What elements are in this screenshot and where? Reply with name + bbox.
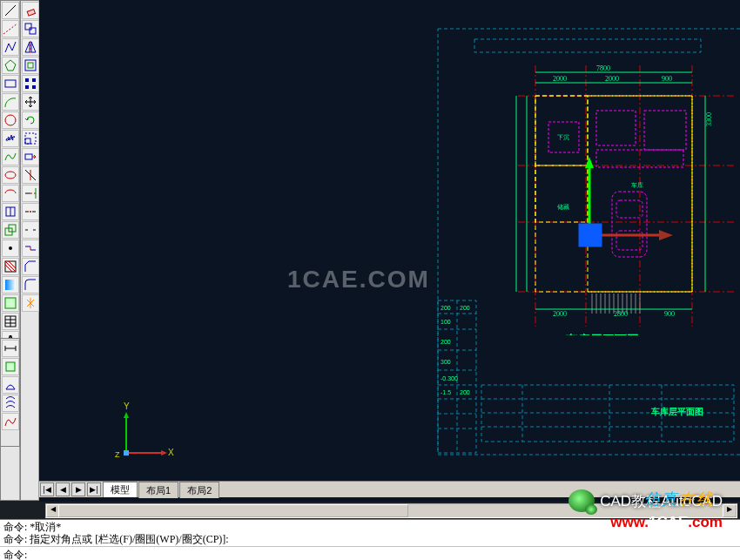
svg-text:2000: 2000 (605, 75, 619, 83)
svg-rect-31 (32, 85, 36, 89)
svg-text:-0.300: -0.300 (441, 375, 458, 381)
aux-toolbar (0, 338, 20, 447)
svg-marker-131 (585, 157, 594, 168)
tool-rectangle[interactable] (2, 75, 19, 92)
tool-ellipse-arc[interactable] (2, 185, 19, 202)
svg-line-14 (9, 261, 16, 268)
svg-point-10 (9, 246, 12, 250)
tool-mirror[interactable] (22, 38, 39, 56)
command-prompt: 命令: (3, 548, 27, 560)
tool-revcloud[interactable] (2, 130, 19, 147)
tool-region2[interactable] (2, 376, 19, 394)
svg-line-0 (5, 5, 16, 16)
scrollbar-thumb[interactable] (58, 504, 408, 517)
svg-text:2800: 2800 (614, 310, 628, 318)
ucs-icon: X Y Z (113, 396, 183, 466)
tool-move[interactable] (22, 93, 39, 111)
grip-origin (579, 224, 602, 246)
tool-fillet[interactable] (22, 276, 39, 293)
svg-rect-15 (5, 280, 16, 290)
tool-trim[interactable] (22, 166, 39, 184)
tool-scale[interactable] (22, 130, 39, 147)
svg-text:下沉: 下沉 (557, 134, 569, 140)
tool-point[interactable] (2, 240, 19, 257)
tool-polyline[interactable] (2, 38, 19, 56)
titleblock-drawing-name: 车库层平面图 (650, 407, 703, 416)
drawing-title: 车库层平面图 (565, 333, 639, 335)
svg-rect-3 (5, 80, 16, 87)
tab-nav-prev[interactable]: ◀ (56, 482, 70, 496)
tool-offset[interactable] (22, 57, 39, 74)
svg-rect-26 (25, 60, 36, 71)
tool-gradient[interactable] (2, 276, 19, 293)
tool-break[interactable] (22, 221, 39, 239)
drawing-canvas[interactable]: 车库层平面图 200 200 100 200 300 -0.300 -1.5 2… (39, 0, 740, 502)
tool-polygon[interactable] (2, 57, 19, 74)
svg-rect-52 (474, 39, 701, 52)
tool-copy[interactable] (22, 20, 39, 37)
svg-rect-22 (27, 10, 35, 16)
tool-array[interactable] (22, 75, 39, 92)
tool-arc[interactable] (2, 93, 19, 111)
tool-line[interactable] (2, 2, 19, 19)
svg-text:200: 200 (460, 305, 470, 311)
svg-text:3300: 3300 (705, 112, 713, 126)
tool-stretch[interactable] (22, 148, 39, 165)
tab-nav-next[interactable]: ▶ (71, 482, 85, 496)
svg-text:Y: Y (124, 401, 130, 411)
tool-dist[interactable] (2, 340, 19, 357)
svg-rect-30 (25, 85, 29, 89)
tab-nav-first[interactable]: |◀ (40, 482, 54, 496)
command-input[interactable] (27, 548, 83, 560)
tool-construction-line[interactable] (2, 20, 19, 37)
move-gizmo[interactable] (544, 152, 683, 257)
tool-area[interactable] (2, 358, 19, 375)
svg-text:-1.5: -1.5 (441, 389, 451, 395)
tool-circle[interactable] (2, 111, 19, 129)
watermark-center: 1CAE.COM (287, 266, 430, 293)
tool-break-at-point[interactable] (22, 203, 39, 220)
tab-nav-last[interactable]: ▶| (87, 482, 101, 496)
tool-list[interactable] (2, 395, 19, 412)
tool-insert-block[interactable] (2, 203, 19, 220)
svg-text:X: X (168, 448, 174, 457)
tool-rotate[interactable] (22, 111, 39, 129)
tab-layout2[interactable]: 布局2 (179, 482, 219, 498)
tool-make-block[interactable] (2, 221, 19, 239)
svg-rect-28 (25, 78, 29, 82)
svg-rect-140 (124, 450, 129, 455)
tool-erase[interactable] (22, 2, 39, 19)
svg-rect-32 (25, 138, 30, 144)
svg-marker-135 (161, 450, 167, 455)
tool-region[interactable] (2, 294, 19, 312)
brand-overlay-sim: 仿真在线 (644, 489, 714, 509)
svg-line-12 (5, 265, 12, 272)
svg-rect-16 (5, 298, 16, 308)
tool-table[interactable] (2, 313, 19, 330)
svg-text:2000: 2000 (553, 75, 567, 83)
svg-point-42 (30, 211, 31, 213)
tool-hatch[interactable] (2, 258, 19, 275)
tool-id-point[interactable] (2, 413, 19, 430)
svg-text:200: 200 (441, 339, 451, 345)
tab-layout1[interactable]: 布局1 (138, 482, 178, 498)
svg-line-1 (3, 24, 17, 34)
tool-extend[interactable] (22, 185, 39, 202)
tool-join[interactable] (22, 240, 39, 257)
svg-text:900: 900 (662, 75, 672, 83)
tool-explode[interactable] (22, 294, 39, 312)
svg-marker-138 (124, 412, 129, 418)
tool-chamfer[interactable] (22, 258, 39, 275)
svg-text:200: 200 (460, 389, 470, 395)
command-history-line: 命令: 指定对角点或 [栏选(F)/圈围(WP)/圈交(CP)]: (3, 533, 737, 545)
svg-rect-34 (25, 154, 32, 159)
svg-marker-133 (659, 230, 673, 240)
wechat-icon (568, 489, 595, 512)
svg-text:200: 200 (441, 305, 451, 311)
svg-rect-23 (25, 24, 31, 30)
tool-ellipse[interactable] (2, 166, 19, 184)
tab-model[interactable]: 模型 (103, 482, 138, 497)
svg-point-4 (5, 115, 16, 125)
tool-spline[interactable] (2, 148, 19, 165)
svg-rect-29 (32, 78, 36, 82)
